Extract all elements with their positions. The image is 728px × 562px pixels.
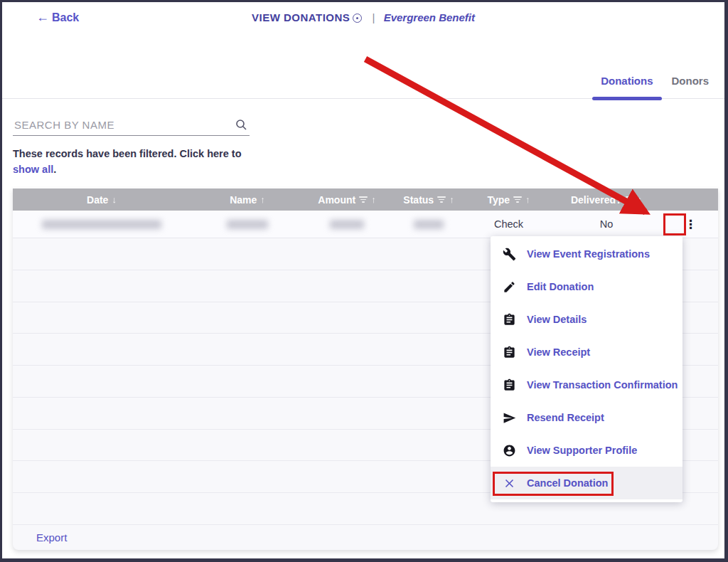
- title-separator: |: [373, 11, 375, 23]
- sort-up-icon[interactable]: ↑: [371, 194, 376, 205]
- page-title: VIEW DONATIONS | Evergreen Benefit: [2, 11, 724, 23]
- sort-up-icon[interactable]: ↑: [449, 194, 454, 205]
- menu-item-label: View Supporter Profile: [527, 445, 637, 456]
- menu-item-cancel-donation[interactable]: Cancel Donation: [491, 467, 682, 499]
- menu-item-view-supporter-profile[interactable]: View Supporter Profile: [491, 434, 682, 467]
- app-window: ← Back VIEW DONATIONS | Evergreen Benefi…: [0, 0, 728, 562]
- export-button[interactable]: Export: [36, 531, 67, 544]
- info-icon[interactable]: [353, 14, 362, 23]
- sort-up-icon[interactable]: ↑: [638, 194, 643, 205]
- cell-type: Check: [468, 218, 550, 230]
- column-header-status[interactable]: Status ↑: [390, 194, 468, 206]
- clipboard-icon: [503, 313, 516, 327]
- sort-up-icon[interactable]: ↑: [525, 194, 530, 205]
- redacted-amount: [330, 220, 364, 229]
- search-input[interactable]: [13, 116, 250, 136]
- menu-item-view-transaction-confirmation[interactable]: View Transaction Confirmation: [491, 369, 682, 401]
- clipboard-icon: [503, 378, 516, 392]
- menu-item-label: View Transaction Confirmation: [527, 379, 678, 391]
- tab-donors[interactable]: Donors: [672, 69, 710, 99]
- menu-item-label: Cancel Donation: [527, 477, 608, 489]
- row-actions-kebab-icon[interactable]: ⋮: [682, 215, 700, 233]
- column-label: Delivered?: [571, 194, 622, 206]
- column-header-type[interactable]: Type ↑: [468, 194, 550, 206]
- menu-item-view-details[interactable]: View Details: [491, 303, 682, 336]
- sort-up-icon[interactable]: ↑: [260, 194, 265, 205]
- column-label: Date: [87, 194, 108, 206]
- table-header-row: Date ↓ Name ↑ Amount ↑ Status ↑ Type ↑: [13, 189, 718, 211]
- redacted-status: [414, 220, 444, 229]
- cell-name: [191, 220, 304, 229]
- column-label: Amount: [318, 194, 355, 206]
- filter-notice-text: These records have been filtered. Click …: [13, 148, 242, 159]
- column-label: Name: [230, 194, 257, 206]
- column-label: Status: [403, 194, 434, 206]
- wrench-icon: [503, 248, 516, 261]
- filter-notice-period: .: [53, 164, 56, 175]
- top-bar: ← Back VIEW DONATIONS | Evergreen Benefi…: [2, 2, 724, 36]
- menu-item-view-event-registrations[interactable]: View Event Registrations: [491, 238, 682, 270]
- table-row[interactable]: Check No ⋮: [13, 211, 718, 238]
- filter-icon[interactable]: [359, 196, 368, 203]
- column-header-amount[interactable]: Amount ↑: [304, 194, 390, 206]
- cell-delivered: No: [550, 218, 663, 230]
- row-actions-menu: View Event Registrations Edit Donation V…: [491, 236, 682, 502]
- column-header-name[interactable]: Name ↑: [191, 194, 304, 206]
- tabs-bar: Donations Donors: [2, 69, 724, 99]
- person-icon: [503, 444, 516, 457]
- filter-icon[interactable]: [513, 196, 522, 203]
- table-footer: Export: [13, 525, 718, 549]
- clipboard-icon: [503, 346, 516, 359]
- cell-status: [390, 220, 468, 229]
- search-area: [13, 116, 250, 136]
- menu-item-view-receipt[interactable]: View Receipt: [491, 336, 682, 369]
- tab-donations[interactable]: Donations: [601, 69, 653, 99]
- x-icon: [503, 477, 516, 490]
- menu-item-edit-donation[interactable]: Edit Donation: [491, 270, 682, 303]
- filter-icon[interactable]: [626, 196, 634, 203]
- column-header-date[interactable]: Date ↓: [13, 194, 191, 206]
- column-label: Type: [487, 194, 510, 206]
- search-icon[interactable]: [235, 119, 247, 130]
- cell-date: [13, 220, 191, 229]
- page-title-text: VIEW DONATIONS: [252, 11, 350, 23]
- menu-item-label: Edit Donation: [527, 281, 594, 292]
- menu-item-label: View Event Registrations: [527, 248, 650, 260]
- filter-notice: These records have been filtered. Click …: [13, 146, 255, 178]
- menu-item-resend-receipt[interactable]: Resend Receipt: [491, 401, 682, 434]
- filter-icon[interactable]: [437, 196, 446, 203]
- show-all-link[interactable]: show all: [13, 164, 53, 175]
- menu-item-label: Resend Receipt: [527, 412, 604, 423]
- pencil-icon: [503, 280, 516, 294]
- cell-amount: [304, 220, 390, 229]
- event-name: Evergreen Benefit: [384, 11, 475, 23]
- column-header-delivered[interactable]: Delivered? ↑: [550, 194, 663, 206]
- menu-item-label: View Details: [527, 314, 587, 325]
- send-icon: [503, 411, 516, 425]
- menu-item-label: View Receipt: [527, 346, 590, 358]
- redacted-name: [227, 220, 268, 229]
- sort-down-icon[interactable]: ↓: [112, 194, 117, 205]
- redacted-date: [42, 220, 161, 229]
